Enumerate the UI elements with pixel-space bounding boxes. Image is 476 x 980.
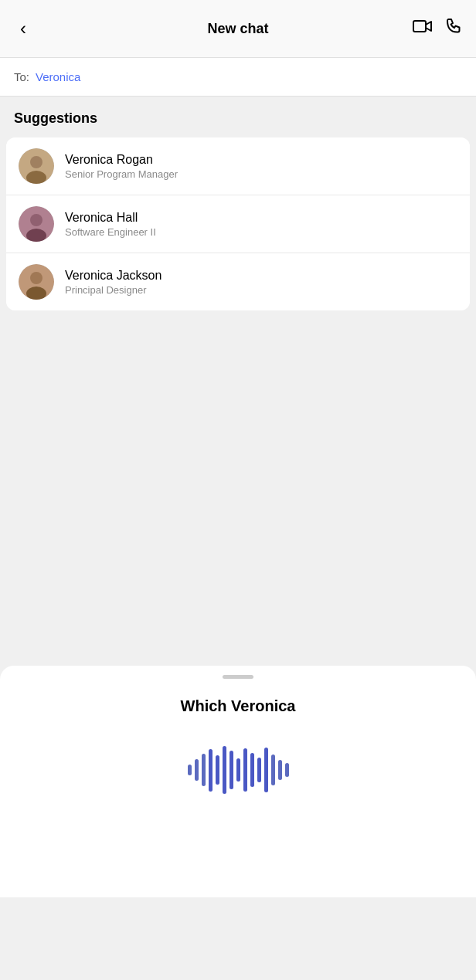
header-actions	[413, 18, 462, 39]
suggestion-info-1: Veronica Rogan Senior Program Manager	[65, 153, 178, 180]
wave-bar-2	[202, 754, 206, 786]
suggestion-name-2: Veronica Hall	[65, 211, 156, 225]
avatar-2	[19, 206, 54, 242]
suggestion-info-3: Veronica Jackson Principal Designer	[65, 269, 162, 296]
suggestion-name-1: Veronica Rogan	[65, 153, 178, 167]
suggestion-role-1: Senior Program Manager	[65, 168, 178, 180]
empty-area	[0, 310, 476, 666]
svg-rect-0	[413, 21, 426, 32]
wave-bar-7	[236, 758, 240, 782]
bottom-sheet-handle[interactable]	[223, 675, 253, 679]
page-title: New chat	[207, 21, 268, 37]
wave-bar-5	[223, 746, 226, 794]
wave-bar-14	[285, 763, 289, 777]
header: ‹ New chat	[0, 0, 476, 58]
svg-point-2	[30, 156, 42, 168]
wave-bar-8	[243, 748, 247, 792]
suggestion-item-2[interactable]: Veronica Hall Software Engineer II	[6, 195, 470, 253]
to-value: Veronica	[36, 70, 80, 83]
svg-point-8	[30, 272, 42, 284]
suggestion-role-3: Principal Designer	[65, 284, 162, 296]
suggestion-item-1[interactable]: Veronica Rogan Senior Program Manager	[6, 137, 470, 195]
avatar-1	[19, 148, 54, 184]
wave-bar-10	[257, 758, 261, 782]
to-field[interactable]: To: Veronica	[0, 58, 476, 97]
waveform	[0, 743, 476, 797]
suggestion-info-2: Veronica Hall Software Engineer II	[65, 211, 156, 238]
to-label: To:	[14, 70, 29, 83]
wave-bar-11	[264, 748, 268, 792]
avatar-3	[19, 264, 54, 300]
video-icon[interactable]	[413, 19, 433, 39]
svg-point-5	[30, 214, 42, 226]
suggestions-container: Suggestions Veronica Rogan Senior Progra…	[0, 97, 476, 310]
suggestion-item-3[interactable]: Veronica Jackson Principal Designer	[6, 253, 470, 310]
phone-icon[interactable]	[445, 18, 462, 39]
suggestions-title: Suggestions	[0, 110, 476, 137]
wave-bar-4	[216, 755, 219, 785]
wave-bar-0	[188, 765, 192, 775]
wave-bar-3	[209, 749, 212, 792]
wave-bar-12	[271, 754, 275, 785]
back-button[interactable]: ‹	[14, 13, 32, 44]
bottom-sheet: Which Veronica	[0, 666, 476, 897]
suggestion-name-3: Veronica Jackson	[65, 269, 162, 283]
bottom-sheet-title: Which Veronica	[0, 697, 476, 715]
wave-bar-1	[195, 759, 199, 781]
wave-bar-9	[250, 753, 254, 787]
wave-bar-13	[278, 760, 282, 780]
wave-bar-6	[230, 751, 233, 789]
suggestions-list: Veronica Rogan Senior Program Manager Ve…	[6, 137, 470, 310]
suggestion-role-2: Software Engineer II	[65, 226, 156, 238]
